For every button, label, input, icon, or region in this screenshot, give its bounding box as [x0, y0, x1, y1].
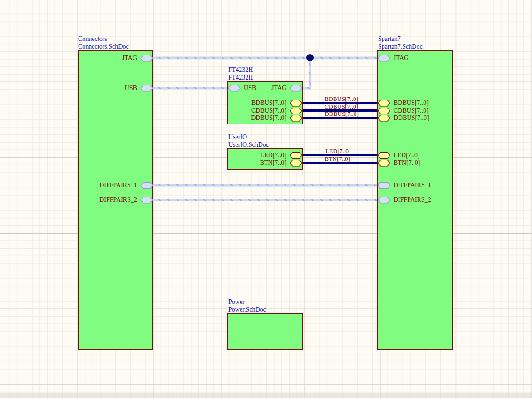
net-label-cdbus[interactable]: CDBUS[7..0]	[325, 104, 358, 109]
net-label-bdbus[interactable]: BDBUS[7..0]	[325, 96, 358, 102]
port-label: DIFFPAIRS_2	[394, 196, 431, 204]
bus-port-icon	[378, 108, 390, 114]
sheet-title: Spartan7	[378, 35, 423, 43]
bus-port-icon	[290, 108, 302, 114]
port-label: DDBUS[7..0]	[251, 114, 286, 122]
wire-diffpairs1-harness[interactable]	[153, 184, 377, 187]
sheet-edge-strip	[0, 393, 532, 398]
harness-port-icon	[140, 182, 153, 189]
sheet-filename: UserIO.SchDoc	[228, 141, 269, 149]
schematic-canvas: BDBUS[7..0] CDBUS[7..0] DDBUS[7..0] LED[…	[0, 0, 532, 398]
userio-sheet-title-block[interactable]: UserIO UserIO.SchDoc	[228, 133, 269, 149]
harness-port-icon	[140, 85, 153, 92]
port-spartan7-diffpairs1[interactable]: DIFFPAIRS_1	[378, 182, 431, 189]
port-spartan7-led[interactable]: LED[7..0]	[378, 152, 420, 159]
port-label: DIFFPAIRS_2	[99, 196, 137, 204]
harness-port-icon	[378, 55, 390, 62]
harness-port-icon	[228, 85, 241, 92]
harness-port-icon	[140, 197, 153, 204]
harness-port-icon	[290, 85, 302, 92]
ft4232h-sheet-title-block[interactable]: FT4232H FT4232H	[228, 66, 253, 81]
wire-jtag-branch-horizontal[interactable]	[302, 87, 310, 90]
port-label: JTAG	[394, 55, 409, 62]
sheet-filename: Power.SchDoc	[228, 306, 266, 313]
port-label: DIFFPAIRS_1	[394, 182, 431, 189]
bus-port-icon	[378, 100, 390, 107]
port-spartan7-btn[interactable]: BTN[7..0]	[378, 159, 420, 167]
harness-port-icon	[378, 197, 390, 204]
wire-diffpairs2-harness[interactable]	[153, 199, 377, 201]
port-spartan7-cdbus[interactable]: CDBUS[7..0]	[378, 107, 429, 114]
sheet-title: FT4232H	[228, 66, 253, 74]
port-label: CDBUS[7..0]	[251, 107, 286, 114]
port-label: BTN[7..0]	[260, 159, 286, 167]
port-label: BDBUS[7..0]	[394, 100, 429, 107]
harness-port-icon	[378, 182, 390, 189]
port-ft4232h-cdbus[interactable]: CDBUS[7..0]	[251, 107, 302, 114]
bus-port-icon	[290, 152, 302, 159]
port-label: USB	[244, 85, 256, 92]
net-label-btn[interactable]: BTN[7..0]	[325, 156, 350, 162]
port-connectors-diffpairs2[interactable]: DIFFPAIRS_2	[99, 196, 153, 204]
port-spartan7-jtag[interactable]: JTAG	[378, 55, 409, 62]
sheet-filename: Spartan7.SchDoc	[378, 43, 423, 50]
wire-usb-harness[interactable]	[153, 87, 227, 90]
power-sheet-title-block[interactable]: Power Power.SchDoc	[228, 298, 266, 313]
port-label: BTN[7..0]	[394, 159, 420, 167]
jtag-junction-dot[interactable]	[306, 54, 314, 61]
wire-jtag-branch-vertical[interactable]	[309, 58, 311, 90]
sheet-filename: Connectors.SchDoc	[78, 43, 129, 50]
sheet-title: Connectors	[78, 35, 129, 43]
port-label: CDBUS[7..0]	[394, 107, 429, 114]
bus-port-icon	[378, 152, 390, 159]
port-label: LED[7..0]	[260, 152, 286, 159]
port-connectors-usb[interactable]: USB	[125, 85, 153, 92]
bus-port-icon	[378, 160, 390, 167]
port-label: BDBUS[7..0]	[251, 100, 286, 107]
wire-jtag-harness[interactable]	[153, 56, 377, 59]
port-connectors-jtag[interactable]: JTAG	[122, 55, 153, 62]
port-spartan7-ddbus[interactable]: DDBUS[7..0]	[378, 114, 429, 122]
net-label-ddbus[interactable]: DDBUS[7..0]	[325, 111, 359, 117]
sheet-title: UserIO	[228, 133, 269, 141]
port-ft4232h-usb[interactable]: USB	[228, 85, 256, 92]
sheet-title: Power	[228, 298, 266, 306]
port-connectors-diffpairs1[interactable]: DIFFPAIRS_1	[99, 182, 153, 189]
bus-port-icon	[378, 115, 390, 122]
connectors-sheet-title-block[interactable]: Connectors Connectors.SchDoc	[78, 35, 129, 50]
bus-port-icon	[290, 160, 302, 167]
bus-port-icon	[290, 100, 302, 107]
port-label: DDBUS[7..0]	[394, 114, 429, 122]
port-label: USB	[125, 85, 137, 92]
sheet-symbol-power[interactable]	[227, 313, 303, 350]
bus-port-icon	[290, 115, 302, 122]
sheet-filename: FT4232H	[228, 74, 253, 81]
port-label: JTAG	[122, 55, 137, 62]
port-ft4232h-jtag[interactable]: JTAG	[271, 85, 302, 92]
port-label: LED[7..0]	[394, 152, 420, 159]
port-spartan7-bdbus[interactable]: BDBUS[7..0]	[378, 100, 429, 107]
port-spartan7-diffpairs2[interactable]: DIFFPAIRS_2	[378, 196, 431, 204]
port-label: DIFFPAIRS_1	[99, 182, 137, 189]
port-userio-btn[interactable]: BTN[7..0]	[260, 159, 302, 167]
port-label: JTAG	[271, 85, 286, 92]
spartan7-sheet-title-block[interactable]: Spartan7 Spartan7.SchDoc	[378, 35, 423, 50]
port-userio-led[interactable]: LED[7..0]	[260, 152, 302, 159]
port-ft4232h-ddbus[interactable]: DDBUS[7..0]	[251, 114, 302, 122]
harness-port-icon	[140, 55, 153, 62]
net-label-led[interactable]: LED[7..0]	[325, 148, 350, 154]
port-ft4232h-bdbus[interactable]: BDBUS[7..0]	[251, 100, 302, 107]
